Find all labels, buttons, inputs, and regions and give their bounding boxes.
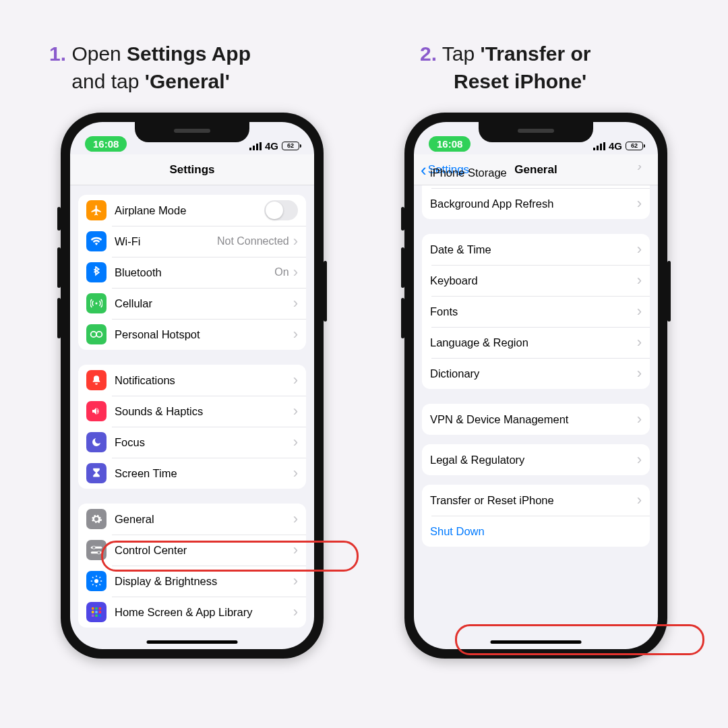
bell-icon: [86, 370, 107, 390]
phone-mockup-2: 16:08 4G 62 ‹Settings General iPhone Sto…: [404, 113, 667, 659]
step-2: 2. Tap 'Transfer or Reset iPhone' 16:08 …: [388, 40, 684, 659]
hourglass-icon: [86, 463, 107, 483]
svg-rect-22: [92, 615, 94, 617]
row-screentime[interactable]: Screen Time ›: [78, 458, 306, 489]
battery-icon: 62: [626, 142, 643, 150]
row-control-center[interactable]: Control Center ›: [78, 535, 306, 566]
notch: [135, 122, 249, 142]
svg-rect-23: [95, 615, 98, 617]
status-time: 16:08: [429, 136, 471, 152]
row-general[interactable]: General ›: [78, 504, 306, 535]
row-wifi[interactable]: Wi-Fi Not Connected ›: [78, 226, 306, 257]
bluetooth-icon: [86, 262, 107, 282]
step-1-caption: 1. Open Settings App and tap 'General': [44, 40, 340, 95]
row-keyboard[interactable]: Keyboard ›: [422, 265, 650, 296]
gear-icon: [86, 509, 107, 529]
row-bg-refresh[interactable]: Background App Refresh ›: [422, 188, 650, 219]
svg-rect-19: [92, 611, 94, 613]
svg-rect-17: [95, 607, 98, 610]
svg-rect-24: [99, 615, 102, 617]
svg-line-12: [92, 577, 94, 578]
row-fonts[interactable]: Fonts ›: [422, 296, 650, 327]
row-sounds[interactable]: Sounds & Haptics ›: [78, 396, 306, 427]
network-label: 4G: [609, 140, 622, 152]
status-time: 16:08: [85, 136, 127, 152]
notch: [479, 122, 593, 142]
row-hotspot[interactable]: Personal Hotspot ›: [78, 319, 306, 350]
svg-point-7: [94, 579, 98, 583]
svg-rect-18: [99, 607, 102, 610]
wifi-value: Not Connected: [217, 235, 289, 247]
moon-icon: [86, 432, 107, 452]
svg-point-6: [98, 551, 101, 555]
sliders-icon: [86, 540, 107, 560]
wifi-icon: [86, 231, 107, 251]
row-date-time[interactable]: Date & Time ›: [422, 234, 650, 265]
svg-point-5: [92, 546, 96, 549]
row-shut-down[interactable]: Shut Down: [422, 516, 650, 547]
row-transfer-reset[interactable]: Transfer or Reset iPhone ›: [422, 485, 650, 516]
signal-icon: [593, 142, 605, 150]
row-legal[interactable]: Legal & Regulatory ›: [422, 444, 650, 475]
svg-point-0: [96, 303, 98, 305]
network-label: 4G: [265, 140, 278, 152]
battery-icon: 62: [282, 142, 299, 150]
svg-point-1: [91, 332, 96, 337]
bluetooth-value: On: [274, 266, 289, 278]
grid-icon: [86, 602, 107, 622]
row-iphone-storage[interactable]: iPhone Storage ›: [422, 165, 650, 188]
row-display[interactable]: Display & Brightness ›: [78, 566, 306, 597]
svg-rect-16: [92, 607, 94, 610]
hotspot-icon: [86, 324, 107, 344]
phone-mockup-1: 16:08 4G 62 Settings Airplane Mode Wi-Fi…: [61, 113, 324, 659]
row-dictionary[interactable]: Dictionary ›: [422, 358, 650, 389]
page-title: Settings: [169, 163, 214, 177]
row-language[interactable]: Language & Region ›: [422, 327, 650, 358]
svg-point-2: [96, 332, 102, 337]
row-notifications[interactable]: Notifications ›: [78, 365, 306, 396]
svg-line-14: [92, 584, 94, 586]
sun-icon: [86, 571, 107, 591]
step-2-caption: 2. Tap 'Transfer or Reset iPhone': [388, 40, 684, 95]
row-home-screen[interactable]: Home Screen & App Library ›: [78, 597, 306, 628]
row-vpn[interactable]: VPN & Device Management ›: [422, 404, 650, 435]
step-1: 1. Open Settings App and tap 'General' 1…: [44, 40, 340, 659]
row-cellular[interactable]: Cellular ›: [78, 288, 306, 319]
svg-line-13: [100, 584, 101, 586]
row-airplane-mode[interactable]: Airplane Mode: [78, 195, 306, 226]
row-bluetooth[interactable]: Bluetooth On ›: [78, 257, 306, 288]
airplane-toggle[interactable]: [264, 200, 298, 220]
signal-icon: [249, 142, 262, 150]
svg-rect-20: [95, 611, 98, 613]
home-indicator: [491, 640, 582, 644]
speaker-icon: [86, 401, 107, 421]
home-indicator: [147, 640, 238, 644]
svg-rect-21: [99, 611, 102, 613]
svg-line-15: [100, 577, 101, 578]
airplane-icon: [86, 200, 107, 220]
navigation-bar: Settings: [70, 154, 314, 185]
cellular-icon: [86, 293, 107, 313]
row-focus[interactable]: Focus ›: [78, 427, 306, 458]
